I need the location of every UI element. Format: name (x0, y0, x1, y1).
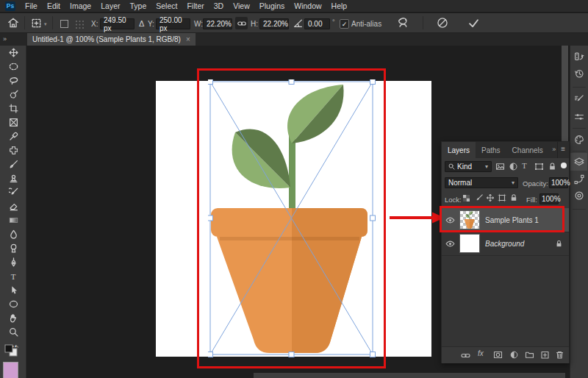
panel-collapse-icon[interactable]: » (552, 142, 557, 158)
filter-adjustment-layers-icon[interactable] (509, 162, 518, 171)
anti-alias-label: Anti-alias (351, 20, 381, 28)
eraser-tool[interactable] (0, 199, 26, 213)
dodge-tool[interactable] (0, 241, 26, 255)
rotation-input[interactable]: 0.00 (304, 18, 330, 29)
delete-layer-icon[interactable] (555, 350, 564, 360)
menu-filter[interactable]: Filter (187, 1, 204, 10)
filter-type-layers-icon[interactable]: T (522, 161, 527, 170)
menu-view[interactable]: View (233, 1, 250, 10)
blend-mode-select[interactable]: Normal ▾ (445, 177, 518, 188)
y-position-input[interactable]: 250.00 px (156, 18, 190, 29)
filter-shape-layers-icon[interactable] (534, 162, 544, 171)
path-selection-tool[interactable] (0, 283, 26, 297)
layer-row-background[interactable]: Background (442, 232, 569, 256)
maintain-aspect-ratio-icon[interactable] (235, 17, 248, 29)
tab-paths[interactable]: Paths (476, 142, 506, 158)
channels-panel-icon[interactable] (574, 190, 584, 201)
tab-layers[interactable]: Layers (442, 142, 476, 158)
type-tool[interactable]: T (0, 269, 26, 283)
menu-help[interactable]: Help (331, 1, 348, 10)
menu-file[interactable]: File (25, 1, 37, 10)
home-icon[interactable] (7, 17, 19, 29)
cancel-transform-icon[interactable] (437, 17, 448, 29)
filter-smart-objects-icon[interactable] (548, 162, 557, 171)
link-layers-icon[interactable] (461, 351, 470, 360)
layer-name[interactable]: Background (485, 240, 524, 248)
height-input[interactable]: 22.20% (259, 18, 289, 29)
fill-input[interactable]: 100% (539, 193, 559, 204)
add-layer-mask-icon[interactable] (493, 350, 503, 360)
x-position-input[interactable]: 249.50 px (100, 18, 135, 29)
new-group-icon[interactable] (525, 350, 534, 360)
filter-kind-select[interactable]: Kind ▾ (445, 161, 492, 172)
filter-pixel-layers-icon[interactable] (495, 162, 505, 171)
menu-edit[interactable]: Edit (47, 1, 60, 10)
lock-position-icon[interactable] (486, 193, 495, 202)
chevron-down-icon: ▾ (482, 163, 488, 170)
menu-plugins[interactable]: Plugins (259, 1, 284, 10)
horizontal-scrollbar[interactable] (254, 373, 565, 378)
zoom-tool[interactable] (0, 325, 26, 339)
properties-icon[interactable] (574, 51, 584, 62)
history-icon[interactable] (574, 68, 584, 79)
width-input[interactable]: 22.20% (203, 18, 232, 29)
toolbar-collapse-icon[interactable]: » (3, 35, 6, 43)
filter-toggle[interactable] (561, 163, 567, 168)
frame-tool[interactable] (0, 115, 26, 129)
lock-all-icon[interactable] (509, 193, 518, 202)
hand-tool[interactable] (0, 311, 26, 325)
tab-close-icon[interactable]: × (186, 35, 190, 43)
lock-artboard-icon[interactable] (498, 193, 506, 202)
layer-thumbnail[interactable] (459, 234, 480, 253)
blur-tool[interactable] (0, 227, 26, 241)
menu-type[interactable]: Type (129, 1, 146, 10)
brushes-icon[interactable] (574, 112, 584, 122)
menu-bar: Ps File Edit Image Layer Type Select Fil… (0, 0, 588, 13)
opacity-input[interactable]: 100% (549, 177, 568, 188)
new-adjustment-layer-icon[interactable] (509, 350, 519, 360)
shape-tool[interactable] (0, 297, 26, 311)
layers-panel-icon[interactable] (574, 157, 584, 167)
eyedropper-tool[interactable] (0, 129, 26, 143)
menu-layer[interactable]: Layer (101, 1, 120, 10)
transform-presets-chevron-icon[interactable]: ▾ (44, 21, 47, 27)
visibility-eye-icon[interactable] (442, 239, 458, 249)
menu-window[interactable]: Window (294, 1, 321, 10)
blend-mode-value: Normal (448, 179, 472, 187)
menu-select[interactable]: Select (156, 1, 177, 10)
menu-image[interactable]: Image (70, 1, 91, 10)
panel-menu-icon[interactable]: ≡ (557, 142, 569, 158)
default-colors-icon[interactable] (4, 344, 20, 362)
document-tab[interactable]: Untitled-1 @ 100% (Sample Plants 1, RGB/… (27, 33, 196, 46)
clone-stamp-tool[interactable] (0, 171, 26, 185)
gradient-tool[interactable] (0, 213, 26, 227)
anti-alias-checkbox[interactable]: ✓ (340, 19, 349, 29)
brush-settings-icon[interactable] (574, 94, 584, 104)
relative-position-icon[interactable]: Δ (139, 19, 144, 28)
vertical-scrollbar[interactable] (562, 46, 568, 141)
layers-panel-footer: fx (442, 346, 569, 363)
healing-brush-tool[interactable] (0, 143, 26, 157)
new-layer-icon[interactable] (540, 350, 550, 360)
menu-3d[interactable]: 3D (214, 1, 223, 10)
color-icon[interactable] (574, 135, 584, 145)
paths-panel-icon[interactable] (574, 174, 584, 185)
reference-point-icon[interactable] (60, 20, 68, 28)
foreground-color-swatch[interactable] (3, 362, 18, 378)
marquee-tool[interactable] (0, 60, 26, 74)
history-brush-tool[interactable] (0, 185, 26, 199)
crop-tool[interactable] (0, 101, 26, 115)
lock-image-icon[interactable] (475, 193, 484, 202)
free-transform-icon[interactable] (31, 18, 42, 29)
pen-tool[interactable] (0, 255, 26, 269)
commit-transform-icon[interactable] (467, 17, 480, 29)
warp-mode-icon[interactable] (397, 17, 409, 29)
panel-icon-strip (570, 46, 588, 378)
lasso-tool[interactable] (0, 74, 26, 88)
brush-tool[interactable] (0, 157, 26, 171)
tab-channels[interactable]: Channels (506, 142, 549, 158)
move-tool[interactable] (0, 46, 26, 60)
object-selection-tool[interactable] (0, 88, 26, 101)
lock-transparency-icon[interactable] (462, 194, 470, 202)
layer-style-fx-icon[interactable]: fx (478, 349, 484, 357)
